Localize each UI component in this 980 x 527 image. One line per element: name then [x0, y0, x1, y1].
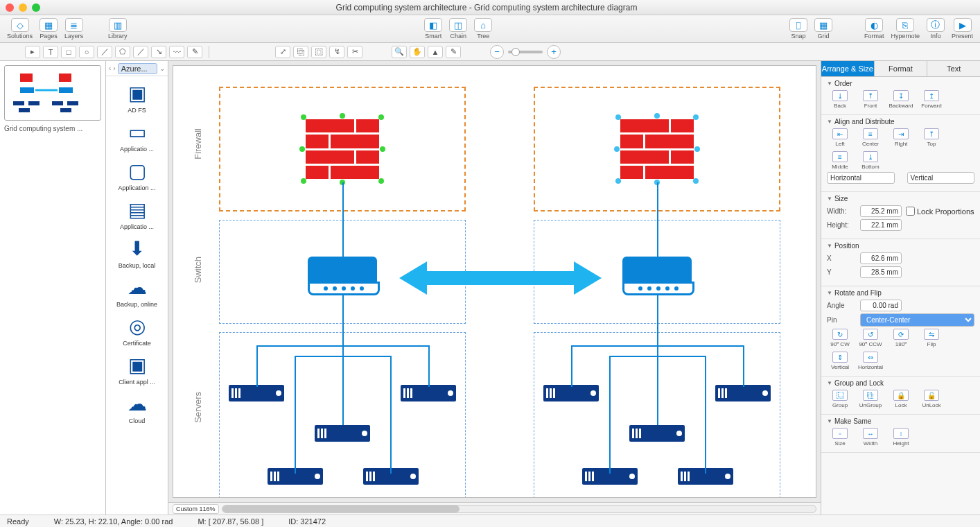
toolbar-solutions-button[interactable]: ◇Solutions	[4, 17, 35, 41]
back-button[interactable]: ⤓Back	[827, 90, 853, 109]
pin-select[interactable]: Center-Center	[860, 313, 974, 327]
bidirectional-arrow[interactable]	[399, 259, 602, 297]
90º-cw-button[interactable]: ↻90º CW	[827, 329, 853, 347]
server-shape[interactable]	[229, 385, 284, 401]
subtool-button[interactable]: ↯	[329, 46, 344, 58]
library-item[interactable]: ▣AD FS	[107, 79, 166, 114]
subtool-button[interactable]: ○	[79, 46, 94, 58]
switch-shape-right[interactable]	[622, 257, 694, 295]
group-button[interactable]: ⿺Group	[827, 390, 853, 408]
toolbar-library-button[interactable]: ▥Library	[105, 17, 130, 41]
vertical-button[interactable]: ⇕Vertical	[827, 352, 853, 370]
toolbar-layers-button[interactable]: ≣Layers	[62, 17, 86, 41]
subtool-button[interactable]: 🔍	[392, 46, 407, 58]
distribute-vertical[interactable]: Vertical	[907, 172, 975, 184]
subtool-button[interactable]: ▸	[25, 46, 40, 58]
toolbar-hypernote-button[interactable]: ⎘Hypernote	[888, 17, 922, 41]
library-name[interactable]: Azure...	[118, 63, 157, 74]
toolbar-grid-button[interactable]: ▦Grid	[812, 17, 835, 41]
zoom-slider[interactable]	[508, 51, 543, 53]
zoom-select[interactable]: Custom 116%	[173, 504, 219, 514]
center-button[interactable]: ≡Center	[857, 128, 884, 147]
180º-button[interactable]: ⟳180º	[888, 329, 914, 347]
unlock-button[interactable]: 🔓UnLock	[918, 390, 945, 408]
tab-format[interactable]: Format	[875, 61, 928, 76]
switch-shape-left[interactable]	[308, 257, 380, 295]
lock-button[interactable]: 🔒Lock	[888, 390, 914, 408]
tab-arrange-size[interactable]: Arrange & Size	[821, 61, 875, 76]
horizontal-button[interactable]: ⇔Horizontal	[857, 352, 884, 370]
height-field[interactable]	[860, 219, 902, 231]
y-field[interactable]	[860, 266, 902, 278]
subtool-button[interactable]: ／	[133, 46, 148, 58]
subtool-button[interactable]: ⿴	[311, 46, 326, 58]
lib-back-icon[interactable]: ‹	[109, 64, 111, 72]
section-position[interactable]: Position	[827, 242, 974, 250]
top-button[interactable]: ⤒Top	[918, 128, 945, 147]
flip-button[interactable]: ⇋Flip	[918, 329, 945, 347]
subtool-button[interactable]: T	[43, 46, 58, 58]
toolbar-smart-button[interactable]: ◧Smart	[421, 17, 445, 41]
x-field[interactable]	[860, 252, 902, 264]
section-align[interactable]: Align and Distribute	[827, 118, 974, 126]
library-item[interactable]: ▣Client appl ...	[107, 351, 166, 386]
subtool-button[interactable]: ⬠	[115, 46, 130, 58]
drawing-canvas[interactable]: Firewall Switch Servers	[173, 65, 816, 498]
bottom-button[interactable]: ⤓Bottom	[857, 151, 884, 170]
section-order[interactable]: Order	[827, 80, 974, 87]
page-thumbnail[interactable]	[4, 65, 101, 121]
height-button[interactable]: ↕Height	[888, 428, 914, 447]
subtool-button[interactable]: ✎	[446, 46, 461, 58]
subtool-button[interactable]: ↘	[151, 46, 166, 58]
server-shape[interactable]	[315, 425, 370, 442]
front-button[interactable]: ⤒Front	[857, 90, 884, 109]
section-same[interactable]: Make Same	[827, 417, 974, 425]
subtool-button[interactable]: 〰	[169, 46, 184, 58]
library-item[interactable]: ☁Cloud	[107, 390, 166, 424]
section-group[interactable]: Group and Lock	[827, 379, 974, 387]
firewall-shape-right[interactable]	[618, 117, 696, 181]
subtool-button[interactable]: ⤢	[275, 46, 290, 58]
90º-ccw-button[interactable]: ↺90º CCW	[857, 329, 884, 347]
subtool-button[interactable]: ✎	[187, 46, 202, 58]
middle-button[interactable]: ≡Middle	[827, 151, 853, 170]
subtool-button[interactable]: ✂	[347, 46, 362, 58]
section-rotate[interactable]: Rotate and Flip	[827, 289, 974, 297]
library-item[interactable]: ☁Backup, online	[107, 273, 166, 308]
backward-button[interactable]: ↧Backward	[888, 90, 914, 109]
angle-field[interactable]	[860, 300, 902, 311]
minimize-traffic-light[interactable]	[19, 3, 27, 12]
server-shape[interactable]	[401, 385, 456, 401]
horizontal-scrollbar[interactable]	[222, 505, 816, 513]
close-traffic-light[interactable]	[6, 3, 14, 12]
subtool-button[interactable]: □	[61, 46, 76, 58]
zoom-in-button[interactable]: +	[547, 45, 561, 59]
library-item[interactable]: ⬇Backup, local	[107, 234, 166, 269]
library-item[interactable]: ▭Applicatio ...	[107, 118, 166, 153]
subtool-button[interactable]: ⿻	[293, 46, 308, 58]
lock-proportions[interactable]: Lock Proportions	[906, 207, 974, 216]
left-button[interactable]: ⇤Left	[827, 128, 853, 147]
server-shape[interactable]	[629, 425, 685, 442]
toolbar-chain-button[interactable]: ◫Chain	[446, 17, 470, 41]
lib-fwd-icon[interactable]: ›	[113, 64, 115, 72]
ungroup-button[interactable]: ⿻UnGroup	[857, 390, 884, 408]
section-size[interactable]: Size	[827, 195, 974, 202]
zoom-out-button[interactable]: −	[490, 45, 504, 59]
server-shape[interactable]	[715, 385, 771, 401]
library-item[interactable]: ▤Applicatio ...	[107, 196, 166, 230]
tab-text[interactable]: Text	[927, 61, 980, 76]
distribute-horizontal[interactable]: Horizontal	[827, 172, 895, 184]
subtool-button[interactable]: ✋	[410, 46, 425, 58]
server-shape[interactable]	[543, 385, 599, 401]
toolbar-present-button[interactable]: ▶Present	[949, 17, 976, 41]
library-item[interactable]: ▢Application ...	[107, 157, 166, 191]
library-item[interactable]: ◎Certificate	[107, 312, 166, 347]
subtool-button[interactable]: ▲	[428, 46, 443, 58]
toolbar-snap-button[interactable]: ⌷Snap	[787, 17, 810, 41]
width-button[interactable]: ↔Width	[857, 428, 884, 447]
maximize-traffic-light[interactable]	[32, 3, 40, 12]
right-button[interactable]: ⇥Right	[888, 128, 914, 147]
toolbar-info-button[interactable]: ⓘInfo	[924, 17, 947, 41]
toolbar-tree-button[interactable]: ⌂Tree	[471, 17, 495, 41]
